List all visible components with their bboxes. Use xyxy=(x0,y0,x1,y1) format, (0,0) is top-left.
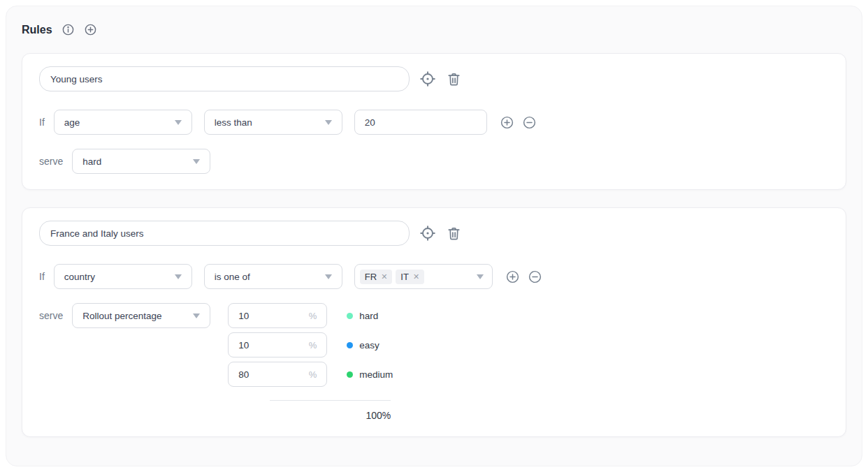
variant-row: % hard xyxy=(228,303,393,328)
serve-row: serve Rollout percentage % hard xyxy=(39,303,829,421)
attribute-select[interactable]: country xyxy=(54,264,192,289)
percent-suffix: % xyxy=(309,340,317,351)
serve-type-select-value: Rollout percentage xyxy=(82,311,161,321)
remove-chip-icon[interactable]: ✕ xyxy=(413,273,419,281)
variant-label: hard xyxy=(359,311,378,321)
serve-type-select[interactable]: Rollout percentage xyxy=(72,303,210,328)
remove-chip-icon[interactable]: ✕ xyxy=(381,273,387,281)
rules-panel: Rules xyxy=(6,6,862,466)
operator-select[interactable]: is one of xyxy=(204,264,342,289)
attribute-select[interactable]: age xyxy=(54,110,192,135)
variant-color-dot xyxy=(347,342,353,348)
attribute-select-value: country xyxy=(64,272,95,282)
condition-value-input[interactable] xyxy=(354,110,487,135)
serve-select-value: hard xyxy=(82,156,101,167)
remove-condition-icon[interactable] xyxy=(528,270,542,284)
rule-card-france-italy-users: If country is one of FR ✕ IT ✕ xyxy=(22,207,846,437)
crosshair-icon[interactable] xyxy=(419,71,436,87)
percentage-input[interactable] xyxy=(238,369,294,380)
rollout-variants: % hard % easy % xyxy=(228,303,393,421)
variant-label: easy xyxy=(359,340,379,351)
rollout-total: 100% xyxy=(228,410,391,421)
condition-row: If age less than xyxy=(39,110,829,135)
rule-name-row xyxy=(39,66,829,91)
caret-down-icon xyxy=(325,274,332,279)
value-chip: IT ✕ xyxy=(396,270,424,284)
caret-down-icon xyxy=(477,274,484,279)
crosshair-icon[interactable] xyxy=(419,225,436,242)
attribute-select-value: age xyxy=(64,117,80,128)
serve-label: serve xyxy=(39,310,63,321)
value-chip-label: IT xyxy=(400,272,409,282)
total-divider xyxy=(270,400,391,401)
caret-down-icon xyxy=(193,314,200,318)
add-rule-icon[interactable] xyxy=(84,23,97,36)
variant-row: % easy xyxy=(228,332,393,357)
rules-header: Rules xyxy=(6,6,862,36)
condition-row: If country is one of FR ✕ IT ✕ xyxy=(39,264,829,289)
operator-select-value: is one of xyxy=(215,272,250,282)
operator-select[interactable]: less than xyxy=(204,110,342,135)
add-condition-icon[interactable] xyxy=(505,270,520,284)
page-title: Rules xyxy=(22,24,52,36)
serve-row: serve hard xyxy=(39,149,829,174)
rule-name-input[interactable] xyxy=(39,66,410,91)
variant-row: % medium xyxy=(228,362,393,387)
caret-down-icon xyxy=(325,120,332,125)
if-label: If xyxy=(39,271,45,282)
remove-condition-icon[interactable] xyxy=(522,115,537,130)
variant-label: medium xyxy=(359,369,393,380)
values-multiselect[interactable]: FR ✕ IT ✕ xyxy=(354,264,493,289)
caret-down-icon xyxy=(193,159,200,164)
serve-select[interactable]: hard xyxy=(72,149,210,174)
rule-name-row xyxy=(39,221,829,246)
condition-actions xyxy=(500,115,537,130)
percentage-input[interactable] xyxy=(238,311,294,321)
operator-select-value: less than xyxy=(215,117,252,128)
add-condition-icon[interactable] xyxy=(500,115,514,130)
percentage-field[interactable]: % xyxy=(228,332,327,357)
caret-down-icon xyxy=(175,274,182,279)
selected-values: FR ✕ IT ✕ xyxy=(360,270,424,284)
if-label: If xyxy=(39,117,45,128)
value-chip: FR ✕ xyxy=(360,270,393,284)
variant-color-dot xyxy=(347,371,353,378)
condition-actions xyxy=(505,270,542,284)
percentage-field[interactable]: % xyxy=(228,303,327,328)
serve-label: serve xyxy=(39,156,63,167)
trash-icon[interactable] xyxy=(446,226,462,242)
trash-icon[interactable] xyxy=(446,71,462,87)
value-chip-label: FR xyxy=(365,272,377,282)
info-icon[interactable] xyxy=(62,23,75,36)
caret-down-icon xyxy=(175,120,182,125)
percent-suffix: % xyxy=(309,311,317,321)
percentage-input[interactable] xyxy=(238,340,294,351)
rule-name-input[interactable] xyxy=(39,221,410,246)
variant-color-dot xyxy=(347,313,353,319)
rule-card-young-users: If age less than xyxy=(22,53,846,190)
percentage-field[interactable]: % xyxy=(228,362,327,387)
percent-suffix: % xyxy=(309,369,317,380)
